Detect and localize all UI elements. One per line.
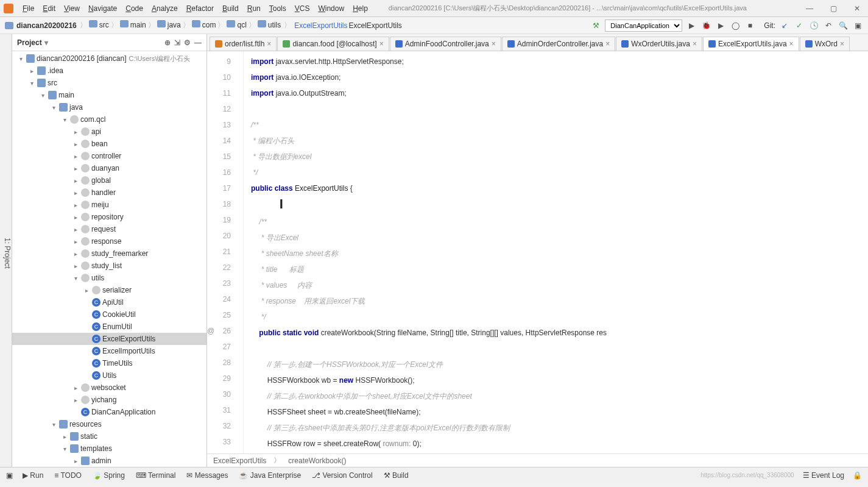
tree-node[interactable]: ▸meiju xyxy=(12,199,206,211)
project-hide-icon[interactable]: — xyxy=(194,38,202,47)
tree-node[interactable]: ▾diancan20200216 [diancan]C:\Users\编程小石头 xyxy=(12,52,206,65)
crumb-part[interactable]: com xyxy=(202,21,216,29)
tab-close-icon[interactable]: × xyxy=(789,40,794,48)
menu-file[interactable]: File xyxy=(18,4,38,13)
menu-vcs[interactable]: VCS xyxy=(291,4,314,13)
menu-refactor[interactable]: Refactor xyxy=(182,4,218,13)
status-build[interactable]: ⚒ Build xyxy=(384,471,409,480)
status-tool-window-icon[interactable]: ▣ xyxy=(6,471,13,480)
tree-node[interactable]: ▸bean xyxy=(12,138,206,150)
crumb-part[interactable]: utils xyxy=(268,21,281,29)
tree-node[interactable]: ▸serializer xyxy=(12,284,206,296)
tab-close-icon[interactable]: × xyxy=(492,40,496,48)
editor-tab[interactable]: diancan.food [@localhost]× xyxy=(277,37,389,51)
tree-node[interactable]: ▸admin xyxy=(12,455,206,467)
menu-code[interactable]: Code xyxy=(121,4,147,13)
menu-help[interactable]: Help xyxy=(348,4,372,13)
crumb-current[interactable]: ExcelExportUtils xyxy=(294,21,347,30)
tree-node[interactable]: ▾src xyxy=(12,77,206,89)
editor-tab[interactable]: ExcelExportUtils.java× xyxy=(703,37,799,51)
crumb-part[interactable]: java xyxy=(168,21,181,29)
tree-node[interactable]: ▸study_freemarker xyxy=(12,247,206,260)
tree-node[interactable]: ▸yichang xyxy=(12,394,206,406)
menu-build[interactable]: Build xyxy=(218,4,243,13)
tree-node[interactable]: CApiUtil xyxy=(12,296,206,308)
editor-tab[interactable]: AdminFoodController.java× xyxy=(390,37,501,51)
status-spring[interactable]: 🍃 Spring xyxy=(93,471,125,480)
tree-node[interactable]: CExcelImportUtils xyxy=(12,345,206,357)
status-todo[interactable]: ≡ TODO xyxy=(54,471,82,480)
crumb-project[interactable]: diancan20200216 xyxy=(16,21,77,30)
menu-tools[interactable]: Tools xyxy=(265,4,291,13)
tree-node[interactable]: CDianCanApplication xyxy=(12,406,206,418)
status-run[interactable]: ▶ Run xyxy=(23,471,43,480)
tree-node[interactable]: ▸study_list xyxy=(12,260,206,272)
minimize-button[interactable]: — xyxy=(802,4,817,13)
tree-node[interactable]: CUtils xyxy=(12,369,206,382)
status-terminal[interactable]: ⌨ Terminal xyxy=(136,471,175,480)
search-icon[interactable]: 🔍 xyxy=(838,20,849,31)
tree-node[interactable]: ▸controller xyxy=(12,150,206,162)
vcs-revert-icon[interactable]: ↶ xyxy=(823,20,834,31)
project-tree[interactable]: ▾diancan20200216 [diancan]C:\Users\编程小石头… xyxy=(12,51,206,467)
tree-node[interactable]: CExcelExportUtils xyxy=(12,333,206,345)
menu-view[interactable]: View xyxy=(60,4,84,13)
status-lock-icon[interactable]: 🔒 xyxy=(853,471,862,480)
project-settings-icon[interactable]: ⚙ xyxy=(184,38,191,47)
stop-button[interactable]: ■ xyxy=(744,20,755,31)
run-button[interactable]: ▶ xyxy=(686,20,697,31)
tree-node[interactable]: CEnumUtil xyxy=(12,321,206,333)
menu-window[interactable]: Window xyxy=(314,4,348,13)
tree-node[interactable]: ▸repository xyxy=(12,211,206,223)
status-messages[interactable]: ✉ Messages xyxy=(186,471,228,480)
tree-node[interactable]: ▸websocket xyxy=(12,382,206,394)
status-java-enterprise[interactable]: ☕ Java Enterprise xyxy=(239,471,301,480)
tab-close-icon[interactable]: × xyxy=(605,40,610,48)
project-target-icon[interactable]: ⊕ xyxy=(164,38,171,47)
tab-close-icon[interactable]: × xyxy=(840,40,844,48)
status-version-control[interactable]: ⎇ Version Control xyxy=(312,471,372,480)
tree-node[interactable]: ▸handler xyxy=(12,187,206,199)
tree-node[interactable]: ▸duanyan xyxy=(12,162,206,174)
profile-button[interactable]: ◯ xyxy=(730,20,741,31)
vcs-commit-icon[interactable]: ✓ xyxy=(794,20,805,31)
crumb-part[interactable]: src xyxy=(99,21,109,29)
tree-node[interactable]: ▸global xyxy=(12,174,206,187)
settings-icon[interactable]: ▣ xyxy=(852,20,863,31)
run-config-select[interactable]: DianCanApplication xyxy=(605,20,682,32)
tree-node[interactable]: ▾resources xyxy=(12,418,206,430)
editor-tab[interactable]: WxOrderUtils.java× xyxy=(616,37,702,51)
tree-node[interactable]: ▾java xyxy=(12,101,206,113)
menu-edit[interactable]: Edit xyxy=(38,4,60,13)
tab-close-icon[interactable]: × xyxy=(267,40,271,48)
tree-node[interactable]: ▾com.qcl xyxy=(12,113,206,126)
crumb-part[interactable]: qcl xyxy=(237,21,246,29)
tab-close-icon[interactable]: × xyxy=(693,40,697,48)
event-log[interactable]: ☰ Event Log xyxy=(803,471,844,480)
editor-tab[interactable]: AdminOrderController.java× xyxy=(502,37,615,51)
menu-navigate[interactable]: Navigate xyxy=(84,4,121,13)
tree-node[interactable]: ▸static xyxy=(12,430,206,443)
maximize-button[interactable]: ▢ xyxy=(826,4,841,13)
editor-tab[interactable]: WxOrd× xyxy=(800,37,850,51)
editor-tab[interactable]: order/list.ftlh× xyxy=(210,37,277,51)
tree-node[interactable]: ▸.idea xyxy=(12,65,206,77)
crumb-part[interactable]: main xyxy=(130,21,146,29)
menu-analyze[interactable]: Analyze xyxy=(147,4,182,13)
tree-node[interactable]: ▾main xyxy=(12,89,206,101)
close-button[interactable]: ✕ xyxy=(850,4,864,13)
code-editor[interactable]: import javax.servlet.http.HttpServletRes… xyxy=(244,51,868,453)
debug-button[interactable]: 🐞 xyxy=(700,20,711,31)
project-expand-icon[interactable]: ⇲ xyxy=(174,38,180,47)
tree-node[interactable]: ▸request xyxy=(12,223,206,235)
coverage-button[interactable]: ▶ xyxy=(715,20,726,31)
tree-node[interactable]: CTimeUtils xyxy=(12,357,206,369)
tree-node[interactable]: ▾templates xyxy=(12,443,206,455)
tree-node[interactable]: ▾utils xyxy=(12,272,206,284)
vcs-update-icon[interactable]: ↙ xyxy=(779,20,790,31)
menu-run[interactable]: Run xyxy=(243,4,265,13)
vcs-history-icon[interactable]: 🕓 xyxy=(808,20,819,31)
tree-node[interactable]: ▸response xyxy=(12,235,206,247)
tree-node[interactable]: ▸api xyxy=(12,126,206,138)
rail-project[interactable]: 1: Project xyxy=(3,238,12,269)
